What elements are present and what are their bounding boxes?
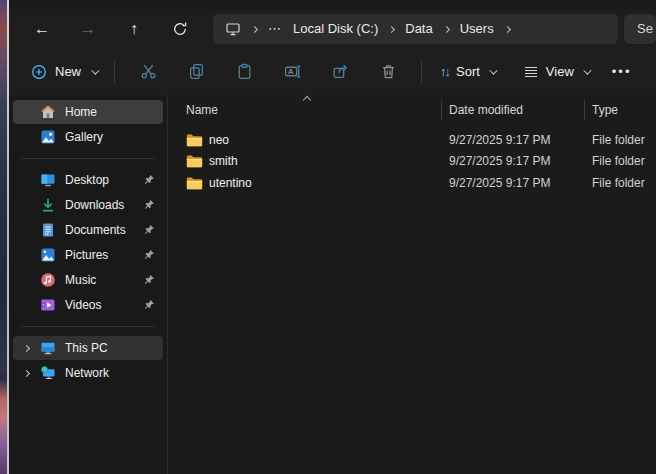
sidebar-item-network[interactable]: Network bbox=[13, 361, 163, 385]
sidebar-item-music[interactable]: Music bbox=[13, 268, 163, 292]
sidebar-item-home[interactable]: Home bbox=[13, 100, 163, 124]
content-area: Home Gallery bbox=[9, 95, 656, 474]
file-rows: neo 9/27/2025 9:17 PM File folder bbox=[168, 129, 656, 194]
sidebar-item-label: Pictures bbox=[65, 248, 108, 262]
share-button[interactable] bbox=[316, 56, 364, 88]
this-pc-icon bbox=[40, 340, 56, 356]
pin-icon bbox=[143, 249, 155, 261]
forward-button[interactable]: → bbox=[65, 14, 111, 44]
file-row-neo[interactable]: neo 9/27/2025 9:17 PM File folder bbox=[168, 129, 656, 151]
copy-button[interactable] bbox=[172, 56, 220, 88]
sidebar-item-documents[interactable]: Documents bbox=[13, 218, 163, 242]
column-header-date-modified[interactable]: Date modified bbox=[441, 100, 584, 120]
folder-icon bbox=[186, 176, 203, 190]
view-button[interactable]: View bbox=[514, 58, 598, 86]
breadcrumb-item-data[interactable]: Data bbox=[405, 21, 432, 36]
sidebar-item-gallery[interactable]: Gallery bbox=[13, 125, 163, 149]
sort-icon: ↑↓ bbox=[440, 64, 449, 79]
chevron-down-icon bbox=[583, 66, 591, 74]
folder-icon bbox=[186, 133, 203, 147]
breadcrumb-item-users[interactable]: Users bbox=[460, 21, 494, 36]
sidebar-item-label: Music bbox=[65, 273, 96, 287]
sidebar-item-this-pc[interactable]: This PC bbox=[13, 336, 163, 360]
refresh-icon bbox=[172, 21, 188, 37]
sort-button-label: Sort bbox=[456, 64, 480, 79]
pin-icon bbox=[143, 174, 155, 186]
tab-strip-remnant bbox=[9, 0, 656, 9]
file-type: File folder bbox=[584, 154, 656, 168]
videos-icon bbox=[40, 297, 56, 313]
navigation-bar: ← → ↑ ⋯ Local Disk (C:) Data bbox=[9, 9, 656, 48]
sidebar-item-label: Documents bbox=[65, 223, 126, 237]
network-icon bbox=[40, 365, 56, 381]
toolbar-separator bbox=[114, 61, 115, 83]
sidebar-item-label: Home bbox=[65, 105, 97, 119]
chevron-right-icon bbox=[388, 25, 395, 32]
pictures-icon bbox=[40, 247, 56, 263]
back-button[interactable]: ← bbox=[19, 14, 65, 44]
pin-icon bbox=[143, 274, 155, 286]
column-header-name[interactable]: Name bbox=[168, 100, 441, 120]
file-row-smith[interactable]: smith 9/27/2025 9:17 PM File folder bbox=[168, 151, 656, 173]
paste-icon bbox=[236, 63, 253, 80]
chevron-right-icon bbox=[443, 25, 450, 32]
file-explorer-window: ← → ↑ ⋯ Local Disk (C:) Data bbox=[9, 0, 656, 474]
svg-text:A: A bbox=[288, 67, 293, 76]
breadcrumb[interactable]: ⋯ Local Disk (C:) Data Users bbox=[213, 14, 618, 44]
documents-icon bbox=[40, 222, 56, 238]
chevron-down-icon bbox=[91, 66, 99, 74]
search-input[interactable]: Se bbox=[624, 14, 656, 44]
gallery-icon bbox=[40, 129, 56, 145]
sidebar-item-label: Videos bbox=[65, 298, 101, 312]
sidebar-item-downloads[interactable]: Downloads bbox=[13, 193, 163, 217]
share-icon bbox=[332, 63, 349, 80]
sidebar-item-videos[interactable]: Videos bbox=[13, 293, 163, 317]
file-date-modified: 9/27/2025 9:17 PM bbox=[441, 176, 584, 190]
column-headers: Name Date modified Type bbox=[168, 97, 656, 123]
copy-icon bbox=[188, 63, 205, 80]
desktop-background-sliver bbox=[0, 0, 7, 474]
breadcrumb-overflow[interactable]: ⋯ bbox=[268, 21, 282, 36]
toolbar-separator bbox=[421, 61, 422, 83]
expand-chevron-icon[interactable] bbox=[23, 344, 30, 351]
refresh-button[interactable] bbox=[157, 14, 203, 44]
new-button[interactable]: New bbox=[23, 58, 105, 86]
expand-chevron-icon[interactable] bbox=[23, 369, 30, 376]
plus-circle-icon bbox=[31, 64, 47, 80]
folder-icon bbox=[186, 154, 203, 168]
rename-button[interactable]: A bbox=[268, 56, 316, 88]
downloads-icon bbox=[40, 197, 56, 213]
sidebar-separator bbox=[21, 158, 155, 159]
sidebar-separator bbox=[21, 326, 155, 327]
chevron-right-icon bbox=[504, 25, 511, 32]
sidebar-item-label: Gallery bbox=[65, 130, 103, 144]
up-button[interactable]: ↑ bbox=[111, 14, 157, 44]
rename-icon: A bbox=[284, 63, 301, 80]
more-options-button[interactable]: ••• bbox=[612, 64, 632, 79]
pin-icon bbox=[143, 224, 155, 236]
breadcrumb-item-local-disk[interactable]: Local Disk (C:) bbox=[293, 21, 378, 36]
sidebar-item-label: Network bbox=[65, 366, 109, 380]
view-icon bbox=[523, 64, 539, 80]
file-date-modified: 9/27/2025 9:17 PM bbox=[441, 133, 584, 147]
chevron-down-icon bbox=[489, 66, 497, 74]
sidebar-item-pictures[interactable]: Pictures bbox=[13, 243, 163, 267]
search-box-text: Se bbox=[637, 21, 653, 36]
file-name: smith bbox=[209, 154, 238, 168]
desktop-icon bbox=[40, 172, 56, 188]
sidebar-item-desktop[interactable]: Desktop bbox=[13, 168, 163, 192]
column-header-type[interactable]: Type bbox=[584, 100, 656, 120]
file-list-pane: Name Date modified Type neo bbox=[168, 95, 656, 474]
delete-button[interactable] bbox=[364, 56, 412, 88]
cut-button[interactable] bbox=[124, 56, 172, 88]
pin-icon bbox=[143, 299, 155, 311]
file-row-utentino[interactable]: utentino 9/27/2025 9:17 PM File folder bbox=[168, 172, 656, 194]
home-icon bbox=[40, 104, 56, 120]
file-name: neo bbox=[209, 133, 229, 147]
this-pc-icon[interactable] bbox=[225, 21, 241, 37]
sidebar: Home Gallery bbox=[9, 95, 168, 474]
sort-button[interactable]: ↑↓ Sort bbox=[431, 58, 504, 85]
sidebar-item-label: Downloads bbox=[65, 198, 124, 212]
file-date-modified: 9/27/2025 9:17 PM bbox=[441, 154, 584, 168]
paste-button[interactable] bbox=[220, 56, 268, 88]
